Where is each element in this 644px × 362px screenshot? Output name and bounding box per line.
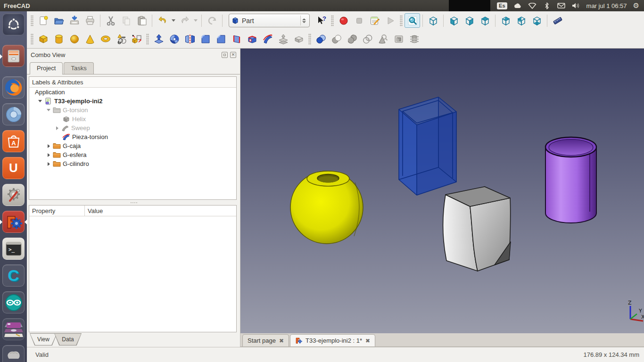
boolean-button[interactable] — [313, 32, 329, 46]
tree-item-sweep[interactable]: Sweep — [29, 123, 236, 132]
tree-item-document[interactable]: T33-ejemplo-ini2 — [29, 97, 236, 106]
launcher-item-system-settings[interactable] — [2, 184, 25, 206]
sweep-button[interactable] — [260, 32, 275, 46]
shape-builder-button[interactable] — [129, 32, 144, 46]
workbench-selector-spinner[interactable] — [300, 16, 307, 25]
edit-macro-button[interactable] — [367, 13, 382, 28]
bluetooth-icon[interactable] — [543, 1, 551, 10]
bottom-view-button[interactable] — [529, 13, 545, 28]
primitive-box-button[interactable] — [35, 32, 51, 46]
paste-button[interactable] — [134, 13, 149, 28]
primitive-cylinder-button[interactable] — [51, 32, 66, 46]
mail-icon[interactable] — [557, 1, 566, 10]
box-section-button[interactable] — [391, 32, 406, 46]
tree-item-helix[interactable]: Helix — [29, 115, 236, 123]
mirror-button[interactable] — [182, 32, 198, 46]
cloud-icon[interactable] — [513, 1, 522, 10]
print-button[interactable] — [82, 13, 98, 28]
tab-data[interactable]: Data — [54, 333, 82, 346]
toolbar-drag-handle[interactable] — [308, 33, 311, 45]
value-column-header[interactable]: Value — [85, 206, 236, 216]
session-gear-icon[interactable]: ⚙ — [633, 1, 639, 10]
tree-item-g-cilindro[interactable]: G-cilindro — [29, 159, 236, 168]
front-view-button[interactable] — [446, 13, 462, 28]
close-icon[interactable]: ✖ — [279, 337, 284, 344]
tree-item-g-caja[interactable]: G-caja — [29, 141, 236, 150]
undo-button[interactable] — [155, 13, 170, 28]
rear-view-button[interactable] — [498, 13, 513, 28]
tree-item-application[interactable]: Application — [29, 88, 236, 97]
save-document-button[interactable] — [66, 13, 82, 28]
launcher-item-chromium[interactable] — [2, 103, 25, 125]
launcher-item-c-editor[interactable]: C — [2, 264, 25, 287]
copy-button[interactable] — [118, 13, 134, 28]
fit-all-button[interactable] — [405, 13, 420, 28]
expander-open-icon[interactable] — [46, 109, 51, 111]
toolbar-drag-handle[interactable] — [31, 33, 33, 45]
redo-dropdown-arrow[interactable] — [194, 19, 198, 22]
tab-view[interactable]: View — [30, 333, 57, 346]
primitive-sphere-button[interactable] — [66, 32, 82, 46]
close-icon[interactable]: ✖ — [365, 337, 370, 344]
launcher-item-files[interactable] — [2, 45, 25, 67]
right-view-button[interactable] — [462, 13, 477, 28]
panel-splitter[interactable] — [27, 201, 240, 204]
measure-button[interactable] — [550, 13, 565, 28]
fillet-button[interactable] — [198, 32, 213, 46]
open-document-button[interactable] — [51, 13, 66, 28]
boolean-cut-button[interactable] — [329, 32, 344, 46]
union-button[interactable] — [344, 32, 360, 46]
make-shell-button[interactable] — [244, 32, 260, 46]
whats-this-button[interactable]: ? — [314, 13, 329, 28]
primitive-cone-button[interactable] — [82, 32, 98, 46]
create-primitives-button[interactable] — [113, 32, 129, 46]
new-document-button[interactable] — [35, 13, 51, 28]
expander-closed-icon[interactable] — [46, 162, 51, 166]
expander-closed-icon[interactable] — [55, 126, 59, 130]
launcher-item-software-center[interactable]: A — [2, 130, 25, 152]
panel-close-button[interactable]: ✕ — [230, 52, 236, 58]
primitive-torus-button[interactable] — [98, 32, 113, 46]
toolbar-drag-handle[interactable] — [400, 15, 403, 26]
refresh-button[interactable] — [204, 13, 220, 28]
tab-project[interactable]: Project — [30, 62, 63, 74]
cross-sections-button[interactable] — [406, 32, 422, 46]
volume-icon[interactable] — [572, 1, 580, 10]
launcher-item-freecad[interactable] — [2, 211, 25, 233]
mdi-tab-document[interactable]: T33-ejemplo-ini2 : 1* ✖ — [290, 334, 375, 346]
tree-item-pieza-torsion[interactable]: Pieza-torsion — [29, 132, 236, 141]
shape-inspect-button[interactable] — [375, 32, 391, 46]
tree-item-g-torsion[interactable]: G-torsion — [29, 106, 236, 115]
launcher-item-u-app[interactable]: U — [2, 157, 25, 179]
launcher-item-terminal[interactable]: >_ — [2, 238, 25, 260]
launcher-item-printing[interactable] — [2, 318, 25, 340]
cut-button[interactable] — [103, 13, 118, 28]
expander-closed-icon[interactable] — [46, 144, 51, 148]
extrude-button[interactable] — [151, 32, 166, 46]
left-view-button[interactable] — [513, 13, 529, 28]
redo-button[interactable] — [177, 13, 192, 28]
thickness-button[interactable] — [291, 32, 306, 46]
launcher-item-firefox[interactable] — [2, 76, 25, 99]
undo-dropdown-arrow[interactable] — [172, 19, 175, 22]
mdi-tab-start-page[interactable]: Start page ✖ — [242, 334, 289, 346]
launcher-item-ubuntu-dash[interactable] — [2, 13, 25, 35]
axonometric-view-button[interactable] — [425, 13, 441, 28]
toolbar-drag-handle[interactable] — [31, 15, 33, 26]
clock[interactable]: mar jul 1 06:57 — [586, 2, 627, 9]
wifi-icon[interactable] — [528, 1, 537, 10]
record-macro-button[interactable] — [336, 13, 351, 28]
stop-macro-button[interactable] — [351, 13, 367, 28]
property-column-header[interactable]: Property — [29, 206, 85, 216]
3d-viewport[interactable]: Z Y X — [240, 49, 644, 333]
panel-float-button[interactable] — [222, 52, 228, 58]
launcher-item-arduino[interactable] — [2, 291, 25, 313]
offset-button[interactable] — [275, 32, 291, 46]
chamfer-button[interactable] — [213, 32, 229, 46]
toolbar-drag-handle[interactable] — [146, 33, 149, 45]
expander-open-icon[interactable] — [38, 100, 42, 102]
ruled-surface-button[interactable] — [229, 32, 244, 46]
workbench-selector[interactable]: Part — [229, 14, 310, 27]
revolve-button[interactable] — [166, 32, 182, 46]
toolbar-drag-handle[interactable] — [331, 15, 334, 26]
